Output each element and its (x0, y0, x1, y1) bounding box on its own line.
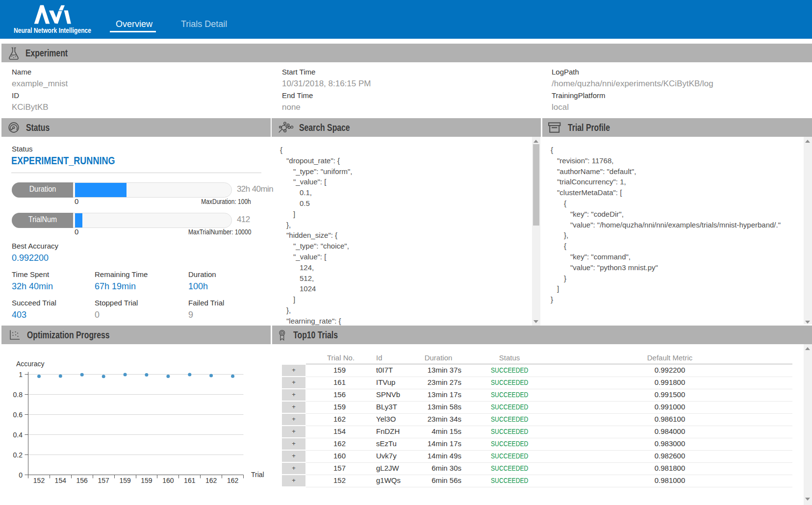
svg-text:159: 159 (119, 477, 131, 484)
svg-text:162: 162 (227, 477, 239, 484)
svg-text:154: 154 (55, 477, 67, 484)
svg-text:156: 156 (76, 477, 88, 484)
svg-text:0: 0 (19, 471, 23, 479)
svg-text:161: 161 (184, 477, 196, 484)
svg-text:157: 157 (98, 477, 110, 484)
svg-text:160: 160 (162, 477, 174, 484)
svg-text:152: 152 (33, 477, 45, 484)
svg-text:0.4: 0.4 (13, 431, 23, 439)
svg-text:159: 159 (141, 477, 152, 484)
svg-text:0.2: 0.2 (13, 451, 23, 459)
svg-text:Accuracy: Accuracy (16, 360, 45, 368)
svg-text:0.8: 0.8 (13, 391, 23, 399)
svg-text:0.6: 0.6 (13, 411, 23, 419)
svg-text:1: 1 (19, 371, 23, 379)
svg-text:Trial: Trial (251, 471, 264, 479)
svg-text:162: 162 (205, 477, 217, 484)
